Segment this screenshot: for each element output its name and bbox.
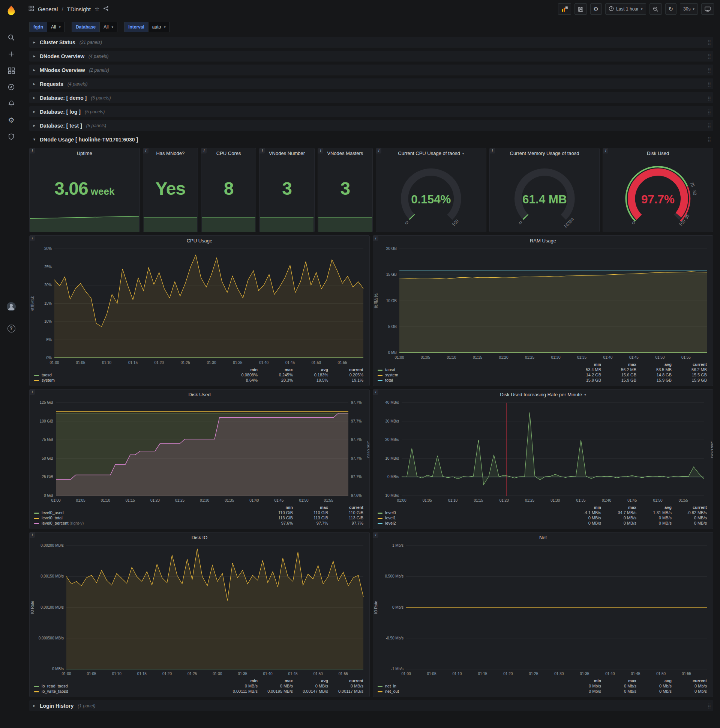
legend-series-toggle[interactable]: system bbox=[34, 378, 224, 383]
row-drag-handle[interactable]: ⣿ bbox=[707, 40, 711, 45]
row-drag-handle[interactable]: ⣿ bbox=[707, 81, 711, 87]
legend-series-toggle[interactable]: level2 bbox=[378, 520, 567, 526]
row-dnode-usage[interactable]: ▾ DNode Usage [ huolinhe-TM1701:6030 ] ⣿ bbox=[29, 134, 713, 145]
row-drag-handle[interactable]: ⣿ bbox=[707, 123, 711, 128]
panel-title[interactable]: Disk Used Increasing Rate per Minute▾ bbox=[373, 390, 713, 400]
panel-title[interactable]: Net bbox=[373, 532, 713, 543]
row-drag-handle[interactable]: ⣿ bbox=[707, 109, 711, 115]
legend-series-toggle[interactable]: level0_used bbox=[34, 510, 259, 515]
panel-title[interactable]: Uptime bbox=[30, 148, 139, 158]
legend-series-toggle[interactable]: io_write_taosd bbox=[34, 688, 224, 694]
row-database-demo[interactable]: ▸ Database: [ demo ] (5 panels) ⣿ bbox=[29, 92, 713, 103]
cpu-usage-chart[interactable]: 0%5%10%15%20%25%30%01:0001:0501:1001:150… bbox=[30, 246, 369, 366]
variable-value-dropdown[interactable]: auto▾ bbox=[148, 22, 170, 32]
legend-series-toggle[interactable]: net_in bbox=[378, 683, 567, 688]
net-chart[interactable]: -1 Mb/s-0.50 Mb/s0 Mb/s0.500 Mb/s1 Mb/s0… bbox=[373, 543, 713, 678]
add-panel-button[interactable] bbox=[558, 3, 571, 15]
panel-info-icon[interactable]: i bbox=[373, 532, 378, 538]
breadcrumb-dashboard[interactable]: TDinsight bbox=[67, 6, 91, 12]
panel-info-icon[interactable]: i bbox=[143, 148, 148, 153]
share-icon[interactable] bbox=[103, 6, 109, 12]
legend-series-toggle[interactable]: taosd bbox=[34, 372, 224, 378]
user-avatar[interactable] bbox=[3, 298, 20, 315]
legend-series-toggle[interactable]: total bbox=[378, 378, 567, 383]
panel-title[interactable]: VNodes Number bbox=[259, 148, 314, 158]
server-admin-shield-icon[interactable] bbox=[3, 128, 20, 145]
variable-value-dropdown[interactable]: All▾ bbox=[47, 22, 65, 32]
search-icon[interactable] bbox=[3, 29, 20, 46]
panel-title[interactable]: CPU Cores bbox=[201, 148, 256, 158]
legend-column-header[interactable]: max bbox=[259, 367, 294, 372]
time-range-picker[interactable]: Last 1 hour ▾ bbox=[605, 3, 646, 15]
legend-column-header[interactable]: max bbox=[259, 678, 294, 683]
row-database-test[interactable]: ▸ Database: [ test ] (5 panels) ⣿ bbox=[29, 120, 713, 131]
legend-column-header[interactable]: current bbox=[673, 362, 708, 367]
panel-info-icon[interactable]: i bbox=[373, 390, 378, 395]
legend-series-toggle[interactable]: net_out bbox=[378, 688, 567, 694]
zoom-out-button[interactable] bbox=[650, 3, 662, 15]
legend-column-header[interactable]: current bbox=[329, 367, 365, 372]
legend-series-toggle[interactable]: system bbox=[378, 372, 567, 378]
row-drag-handle[interactable]: ⣿ bbox=[707, 95, 711, 101]
legend-series-toggle[interactable]: level0_percent (right-y) bbox=[34, 520, 259, 526]
row-drag-handle[interactable]: ⣿ bbox=[707, 67, 711, 73]
row-mnodes-overview[interactable]: ▸ MNodes Overview (2 panels) ⣿ bbox=[29, 64, 713, 75]
disk-rate-chart[interactable]: -10 MB/s0 MB/s10 MB/s20 MB/s30 MB/s40 MB… bbox=[373, 400, 713, 504]
panel-title[interactable]: Has MNode? bbox=[143, 148, 198, 158]
panel-info-icon[interactable]: i bbox=[259, 148, 265, 153]
legend-column-header[interactable]: current bbox=[673, 678, 708, 683]
panel-title[interactable]: CPU Usage bbox=[30, 236, 369, 246]
row-requests[interactable]: ▸ Requests (4 panels) ⣿ bbox=[29, 78, 713, 89]
panel-info-icon[interactable]: i bbox=[603, 148, 608, 153]
legend-column-header[interactable]: min bbox=[224, 678, 259, 683]
dashboards-icon[interactable] bbox=[3, 62, 20, 79]
legend-column-header[interactable]: current bbox=[673, 505, 708, 510]
row-login-history[interactable]: ▸ Login History (1 panel) ⣿ bbox=[29, 700, 713, 711]
disk-used-chart[interactable]: 0 GiB97.6%25 GiB97.7%50 GiB97.7%75 GiB97… bbox=[30, 400, 369, 504]
legend-column-header[interactable]: max bbox=[603, 678, 638, 683]
alerting-bell-icon[interactable] bbox=[3, 95, 20, 112]
panel-title[interactable]: RAM Usage bbox=[373, 236, 713, 246]
panel-info-icon[interactable]: i bbox=[318, 148, 323, 153]
refresh-interval-dropdown[interactable]: 30s ▾ bbox=[680, 3, 698, 15]
panel-info-icon[interactable]: i bbox=[201, 148, 207, 153]
row-drag-handle[interactable]: ⣿ bbox=[707, 703, 711, 708]
legend-column-header[interactable]: avg bbox=[294, 678, 329, 683]
star-icon[interactable]: ☆ bbox=[95, 6, 99, 12]
legend-column-header[interactable]: avg bbox=[294, 367, 329, 372]
row-dnodes-overview[interactable]: ▸ DNodes Overview (4 panels) ⣿ bbox=[29, 50, 713, 61]
legend-column-header[interactable]: current bbox=[329, 505, 365, 510]
row-drag-handle[interactable]: ⣿ bbox=[707, 53, 711, 59]
breadcrumb-folder[interactable]: General bbox=[38, 6, 58, 12]
dashboard-settings-button[interactable]: ⚙ bbox=[590, 3, 602, 15]
panel-title[interactable]: Current Memory Usage of taosd bbox=[490, 148, 599, 158]
legend-series-toggle[interactable]: io_read_taosd bbox=[34, 683, 224, 688]
disk-io-chart[interactable]: 0 MB/s0.000500 MB/s0.00100 MB/s0.00150 M… bbox=[30, 543, 369, 678]
legend-series-toggle[interactable]: level0 bbox=[378, 510, 567, 515]
legend-column-header[interactable]: max bbox=[603, 362, 638, 367]
legend-column-header[interactable]: min bbox=[259, 505, 294, 510]
legend-column-header[interactable]: current bbox=[329, 678, 365, 683]
legend-column-header[interactable]: max bbox=[603, 505, 638, 510]
panel-title[interactable]: Current CPU Usage of taosd▾ bbox=[376, 148, 486, 158]
ram-usage-chart[interactable]: 0 MB5 GB10 GB15 GB20 GB01:0001:0501:1001… bbox=[373, 246, 713, 361]
variable-value-dropdown[interactable]: All▾ bbox=[99, 22, 117, 32]
kiosk-mode-button[interactable] bbox=[701, 3, 714, 15]
legend-column-header[interactable]: min bbox=[567, 362, 603, 367]
row-cluster-status[interactable]: ▸ Cluster Status (21 panels) ⣿ bbox=[29, 37, 713, 47]
legend-column-header[interactable]: avg bbox=[638, 362, 673, 367]
explore-compass-icon[interactable] bbox=[3, 79, 20, 95]
legend-column-header[interactable]: avg bbox=[638, 505, 673, 510]
legend-series-toggle[interactable]: level0_total bbox=[34, 515, 259, 520]
legend-column-header[interactable]: avg bbox=[638, 678, 673, 683]
legend-series-toggle[interactable]: level1 bbox=[378, 515, 567, 520]
legend-column-header[interactable]: min bbox=[567, 678, 603, 683]
panel-info-icon[interactable]: i bbox=[373, 236, 378, 241]
panel-title[interactable]: Disk Used bbox=[603, 148, 713, 158]
help-icon[interactable]: ? bbox=[3, 320, 20, 336]
panel-info-icon[interactable]: i bbox=[30, 236, 35, 241]
row-drag-handle[interactable]: ⣿ bbox=[707, 136, 711, 142]
legend-column-header[interactable]: min bbox=[567, 505, 603, 510]
legend-column-header[interactable]: min bbox=[224, 367, 259, 372]
row-database-log[interactable]: ▸ Database: [ log ] (5 panels) ⣿ bbox=[29, 106, 713, 117]
